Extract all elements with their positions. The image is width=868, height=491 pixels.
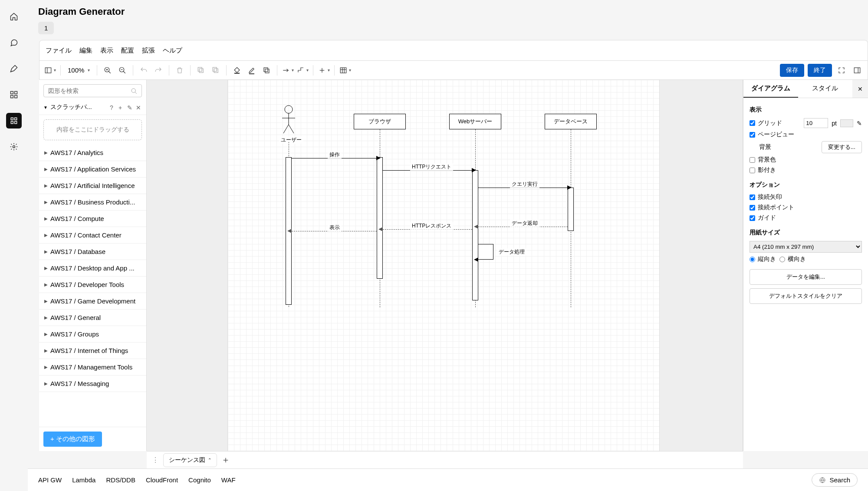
tab-style[interactable]: スタイル	[798, 80, 853, 98]
rail-pen-button[interactable]	[6, 61, 22, 76]
paper-size-select[interactable]: A4 (210 mm x 297 mm)	[750, 241, 862, 253]
edit-color-icon[interactable]: ✎	[857, 120, 862, 127]
sidebar-toggle-button[interactable]	[44, 64, 56, 76]
category-item[interactable]: ▶AWS17 / Business Producti...	[39, 194, 146, 211]
to-back-button[interactable]	[210, 64, 222, 76]
category-item[interactable]: ▶AWS17 / Compute	[39, 211, 146, 227]
footer-chip[interactable]: RDS/DDB	[106, 476, 135, 484]
footer-chip[interactable]: Cognito	[188, 476, 211, 484]
guide-checkbox[interactable]: ガイド	[750, 214, 776, 222]
actor-database[interactable]: データベース	[545, 114, 597, 129]
category-item[interactable]: ▶AWS17 / Developer Tools	[39, 277, 146, 293]
rail-diagram-button[interactable]	[6, 113, 22, 129]
category-item[interactable]: ▶AWS17 / Database	[39, 244, 146, 260]
footer-search-button[interactable]: Search	[812, 473, 858, 487]
category-item[interactable]: ▶AWS17 / Groups	[39, 326, 146, 343]
grid-size-input[interactable]	[804, 118, 828, 128]
footer-chip[interactable]: Lambda	[72, 476, 95, 484]
edit-data-button[interactable]: データを編集...	[750, 269, 862, 285]
delete-button[interactable]	[174, 64, 186, 76]
footer-chip[interactable]: CloudFront	[146, 476, 178, 484]
help-icon[interactable]: ?	[110, 104, 116, 110]
add-page-button[interactable]	[220, 454, 232, 466]
drag-handle-icon[interactable]: ⋮	[150, 456, 161, 464]
change-background-button[interactable]: 変更する...	[822, 141, 862, 153]
menu-file[interactable]: ファイル	[46, 46, 72, 55]
shadow-checkbox[interactable]: 影付き	[750, 166, 776, 174]
menu-edit[interactable]: 編集	[79, 46, 92, 55]
save-button[interactable]: 保存	[780, 64, 804, 77]
undo-button[interactable]	[138, 64, 150, 76]
menu-view[interactable]: 表示	[100, 46, 113, 55]
orientation-landscape[interactable]: 横向き	[779, 255, 806, 263]
category-item[interactable]: ▶AWS17 / General	[39, 310, 146, 326]
bgcolor-checkbox[interactable]: 背景色	[750, 156, 776, 164]
category-item[interactable]: ▶AWS17 / Messaging	[39, 376, 146, 392]
left-rail	[0, 0, 28, 491]
self-message[interactable]	[478, 244, 493, 260]
rail-settings-button[interactable]	[6, 139, 22, 155]
svg-rect-25	[265, 69, 269, 73]
page-tab[interactable]: シーケンス図⌃	[163, 453, 217, 467]
zoom-in-button[interactable]	[102, 64, 114, 76]
canvas[interactable]: ユーザー ブラウザ Webサーバー データベース 操作 HTTPリクエスト	[147, 80, 743, 451]
footer-chip[interactable]: API GW	[38, 476, 62, 484]
line-color-button[interactable]	[246, 64, 258, 76]
fill-color-button[interactable]	[231, 64, 243, 76]
fullscreen-button[interactable]	[835, 64, 848, 76]
rail-home-button[interactable]	[6, 9, 22, 24]
category-item[interactable]: ▶AWS17 / Internet of Things	[39, 343, 146, 359]
redo-button[interactable]	[152, 64, 164, 76]
rail-chat-button[interactable]	[6, 35, 22, 50]
actor-webserver[interactable]: Webサーバー	[449, 114, 501, 129]
category-item[interactable]: ▶AWS17 / Application Services	[39, 161, 146, 178]
close-scratch-icon[interactable]: ✕	[136, 104, 142, 110]
edit-scratch-icon[interactable]: ✎	[127, 104, 133, 110]
category-item[interactable]: ▶AWS17 / Management Tools	[39, 359, 146, 376]
menu-help[interactable]: ヘルプ	[163, 46, 182, 55]
actor-user-label[interactable]: ユーザー	[279, 136, 303, 144]
category-item[interactable]: ▶AWS17 / Contact Center	[39, 227, 146, 244]
arrowhead-icon	[474, 257, 478, 262]
exit-button[interactable]: 終了	[808, 64, 832, 77]
conn-arrow-checkbox[interactable]: 接続矢印	[750, 193, 782, 201]
category-item[interactable]: ▶AWS17 / Desktop and App ...	[39, 260, 146, 277]
actor-stickman-icon[interactable]	[280, 105, 297, 135]
orientation-portrait[interactable]: 縦向き	[750, 255, 776, 263]
format-panel-button[interactable]	[851, 64, 863, 76]
close-panel-button[interactable]: ✕	[852, 80, 868, 98]
document-tab-1[interactable]: 1	[38, 22, 54, 34]
more-shapes-button[interactable]: + その他の図形	[43, 432, 102, 447]
activation-bar[interactable]	[568, 188, 574, 231]
clear-default-style-button[interactable]: デフォルトスタイルをクリア	[750, 288, 862, 304]
rail-grid-button[interactable]	[6, 87, 22, 102]
footer-chip[interactable]: WAF	[221, 476, 236, 484]
add-button[interactable]	[318, 64, 330, 76]
grid-checkbox[interactable]: グリッド	[750, 119, 782, 127]
category-item[interactable]: ▶AWS17 / Game Development	[39, 293, 146, 310]
add-scratch-icon[interactable]: +	[118, 104, 125, 110]
to-front-button[interactable]	[195, 64, 207, 76]
menu-extras[interactable]: 拡張	[142, 46, 155, 55]
zoom-dropdown[interactable]: 100%	[65, 66, 92, 74]
category-item[interactable]: ▶AWS17 / Analytics	[39, 145, 146, 161]
fill-icon	[233, 66, 241, 74]
scratchpad-dropzone[interactable]: 内容をここにドラッグする	[43, 119, 142, 140]
activation-bar[interactable]	[472, 170, 478, 300]
grid-color-swatch[interactable]	[840, 119, 853, 127]
category-item[interactable]: ▶AWS17 / Artificial Intelligence	[39, 178, 146, 194]
actor-browser[interactable]: ブラウザ	[354, 114, 406, 129]
activation-bar[interactable]	[377, 157, 383, 279]
connection-style-button[interactable]	[282, 64, 294, 76]
scratchpad-header[interactable]: ▼ スクラッチパ... ? + ✎ ✕	[39, 100, 146, 115]
shadow-button[interactable]	[260, 64, 273, 76]
zoom-out-button[interactable]	[116, 64, 128, 76]
menu-arrange[interactable]: 配置	[121, 46, 134, 55]
waypoint-style-button[interactable]	[296, 64, 309, 76]
pageview-checkbox[interactable]: ページビュー	[750, 131, 794, 138]
tab-diagram[interactable]: ダイアグラム	[743, 80, 798, 98]
table-button[interactable]	[339, 64, 351, 76]
diagram-page[interactable]: ユーザー ブラウザ Webサーバー データベース 操作 HTTPリクエスト	[227, 80, 660, 451]
shape-search-input[interactable]	[43, 84, 142, 97]
conn-point-checkbox[interactable]: 接続ポイント	[750, 204, 794, 211]
